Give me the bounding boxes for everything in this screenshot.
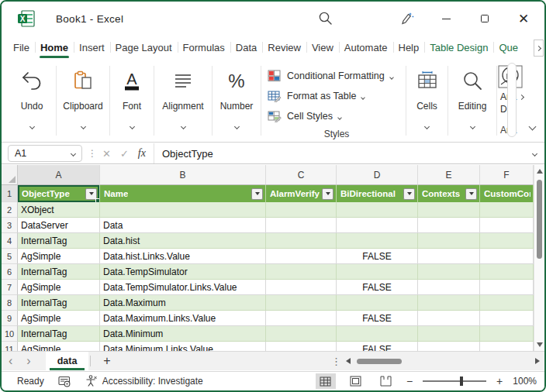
ribbon-group-clipboard[interactable]: Clipboard xyxy=(57,60,109,142)
collapse-ribbon-button[interactable] xyxy=(530,119,535,132)
cell-a11[interactable]: AgSimple xyxy=(18,342,100,351)
zoom-out-button[interactable]: − xyxy=(406,375,413,387)
cell-e11[interactable] xyxy=(418,342,480,351)
cell-b4[interactable]: Data.hist xyxy=(100,233,266,249)
cell-d2[interactable] xyxy=(337,202,418,218)
macro-record-icon[interactable] xyxy=(58,376,71,387)
row-header-9[interactable]: 9 xyxy=(2,311,18,326)
cell-d11[interactable]: FALSE xyxy=(337,342,418,351)
cell-f10[interactable] xyxy=(480,326,534,342)
column-header-d[interactable]: D xyxy=(337,165,418,185)
cell-c9[interactable] xyxy=(266,311,337,326)
cancel-formula-icon[interactable]: ✕ xyxy=(102,148,111,160)
column-header-f[interactable]: F xyxy=(480,165,534,185)
ribbon-group-editing[interactable]: Editing xyxy=(448,60,496,142)
cell-b5[interactable]: Data.hist.Links.Value xyxy=(100,249,266,264)
sheet-tab-data[interactable]: data xyxy=(46,352,89,370)
filter-dropdown-icon[interactable] xyxy=(403,188,415,200)
vertical-scrollbar[interactable] xyxy=(534,165,544,351)
cell-b7[interactable]: Data.TempSimulator.Links.Value xyxy=(100,280,266,295)
ribbon-group-number[interactable]: %Number xyxy=(213,60,261,142)
accessibility-status[interactable]: Accessibility: Investigate xyxy=(102,376,203,387)
cell-d4[interactable] xyxy=(337,233,418,249)
cell-c7[interactable] xyxy=(266,280,337,295)
previous-sheet-icon[interactable]: ‹ xyxy=(2,355,19,367)
cell-a9[interactable]: AgSimple xyxy=(18,311,100,326)
new-sheet-button[interactable]: + xyxy=(91,354,123,368)
cell-f9[interactable] xyxy=(480,311,534,326)
cell-b8[interactable]: Data.Maximum xyxy=(100,295,266,311)
cell-c8[interactable] xyxy=(266,295,337,311)
cell-b6[interactable]: Data.TempSimulator xyxy=(100,264,266,280)
cell-e5[interactable] xyxy=(418,249,480,264)
row-header-8[interactable]: 8 xyxy=(2,295,18,311)
cell-b9[interactable]: Data.Maximum.Links.Value xyxy=(100,311,266,326)
maximize-button[interactable] xyxy=(465,2,504,36)
name-box-dropdown-icon[interactable] xyxy=(71,150,76,156)
ribbon-tab-home[interactable]: Home xyxy=(35,36,74,60)
close-button[interactable]: ✕ xyxy=(504,2,543,36)
name-box[interactable]: A1 xyxy=(8,145,82,162)
scroll-up-icon[interactable] xyxy=(537,169,543,174)
ribbon-tab-review[interactable]: Review xyxy=(262,36,306,60)
column-header-a[interactable]: A xyxy=(18,165,100,185)
ribbon-button-format-as-table[interactable]: Format as Table xyxy=(268,86,406,106)
cell-e6[interactable] xyxy=(418,264,480,280)
ribbon-tab-help[interactable]: Help xyxy=(393,36,425,60)
cell-b11[interactable]: Data.Minimum.Links.Value xyxy=(100,342,266,351)
cell-a4[interactable]: InternalTag xyxy=(18,233,100,249)
scroll-down-icon[interactable] xyxy=(537,342,543,347)
accessibility-checker-icon[interactable] xyxy=(85,375,98,387)
row-header-11[interactable]: 11 xyxy=(2,342,18,351)
cell-f8[interactable] xyxy=(480,295,534,311)
cell-c6[interactable] xyxy=(266,264,337,280)
cell-d9[interactable]: FALSE xyxy=(337,311,418,326)
zoom-in-button[interactable]: + xyxy=(496,375,503,387)
cell-a10[interactable]: InternalTag xyxy=(18,326,100,342)
normal-view-button[interactable] xyxy=(316,373,336,389)
cell-d8[interactable] xyxy=(337,295,418,311)
row-header-4[interactable]: 4 xyxy=(2,233,18,249)
cell-e10[interactable] xyxy=(418,326,480,342)
row-header-6[interactable]: 6 xyxy=(2,264,18,280)
cell-c11[interactable] xyxy=(266,342,337,351)
cell-d5[interactable]: FALSE xyxy=(337,249,418,264)
cell-f5[interactable] xyxy=(480,249,534,264)
fill-handle[interactable] xyxy=(95,198,99,202)
vertical-scroll-thumb[interactable] xyxy=(537,180,542,259)
cell-d6[interactable] xyxy=(337,264,418,280)
cell-f7[interactable] xyxy=(480,280,534,295)
ribbon-group-cells[interactable]: Cells xyxy=(406,60,448,142)
pen-sparkle-icon[interactable] xyxy=(388,2,427,36)
cell-b2[interactable] xyxy=(100,202,266,218)
ribbon-tab-automate[interactable]: Automate xyxy=(339,36,393,60)
row-header-1[interactable]: 1 xyxy=(2,185,18,202)
horizontal-scroll-thumb[interactable] xyxy=(357,359,402,364)
more-tabs-button[interactable] xyxy=(534,40,544,57)
cell-e8[interactable] xyxy=(418,295,480,311)
ribbon-tab-file[interactable]: File xyxy=(8,36,35,60)
zoom-slider-thumb[interactable] xyxy=(460,377,463,386)
minimize-button[interactable] xyxy=(427,2,465,36)
scroll-left-icon[interactable] xyxy=(346,358,351,364)
cell-f4[interactable] xyxy=(480,233,534,249)
cell-a2[interactable]: XObject xyxy=(18,202,100,218)
cell-a8[interactable]: InternalTag xyxy=(18,295,100,311)
row-header-10[interactable]: 10 xyxy=(2,326,18,342)
row-header-2[interactable]: 2 xyxy=(2,202,18,218)
filter-dropdown-icon[interactable] xyxy=(251,188,263,200)
ribbon-tab-formulas[interactable]: Formulas xyxy=(178,36,230,60)
scroll-right-icon[interactable] xyxy=(535,358,540,364)
zoom-slider[interactable] xyxy=(423,380,486,382)
cell-d7[interactable]: FALSE xyxy=(337,280,418,295)
cell-f6[interactable] xyxy=(480,264,534,280)
ribbon-group-undo[interactable]: Undo xyxy=(8,60,56,142)
table-header-contexts[interactable]: Contexts xyxy=(418,185,480,202)
table-header-alarmverify[interactable]: AlarmVerify xyxy=(266,185,337,202)
row-header-3[interactable]: 3 xyxy=(2,218,18,233)
table-header-bidirectional[interactable]: BiDirectional xyxy=(337,185,418,202)
cell-f3[interactable] xyxy=(480,218,534,233)
select-all-corner[interactable] xyxy=(2,165,18,185)
next-sheet-icon[interactable]: › xyxy=(19,355,37,367)
cell-c2[interactable] xyxy=(266,202,337,218)
